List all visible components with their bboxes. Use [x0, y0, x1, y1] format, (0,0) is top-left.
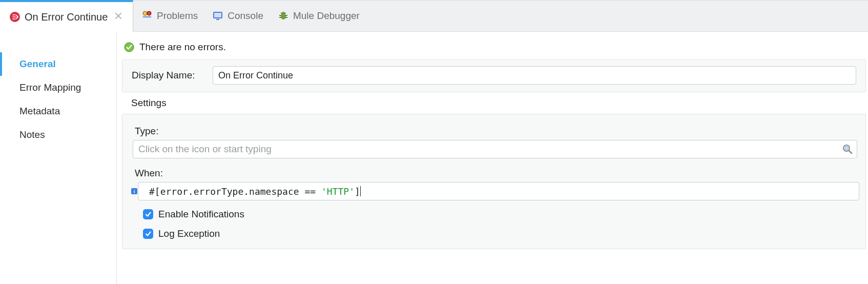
svg-point-11: [845, 147, 849, 150]
when-input-wrap: i #[error.errorType.namespace == 'HTTP']: [131, 182, 859, 200]
enable-notifications-row: Enable Notifications: [129, 209, 859, 220]
bug-icon: [278, 10, 289, 22]
views-bar: Problems Console Mule Debugger: [133, 0, 868, 32]
svg-rect-2: [143, 16, 151, 17]
when-input[interactable]: [138, 182, 859, 200]
sidebar-item-label: Notes: [19, 129, 45, 140]
display-name-input[interactable]: [213, 66, 856, 85]
log-exception-checkbox[interactable]: [143, 229, 153, 239]
svg-point-8: [282, 12, 285, 15]
editor-tab-title: On Error Continue: [25, 11, 108, 23]
settings-title: Settings: [120, 97, 868, 111]
display-name-row: Display Name:: [132, 66, 856, 85]
display-name-label: Display Name:: [132, 70, 203, 81]
status-line: There are no errors.: [120, 38, 868, 56]
view-label: Problems: [157, 10, 198, 22]
sidebar-item-label: Metadata: [19, 106, 60, 116]
content-area: There are no errors. Display Name: Setti…: [117, 32, 868, 284]
search-icon[interactable]: [842, 144, 853, 155]
svg-point-1: [143, 11, 147, 15]
close-icon[interactable]: [115, 12, 122, 22]
sidebar: General Error Mapping Metadata Notes: [0, 32, 117, 284]
view-label: Console: [228, 10, 263, 22]
svg-text:i: i: [134, 189, 135, 194]
type-input[interactable]: [133, 140, 857, 158]
type-label: Type:: [131, 126, 859, 137]
problems-icon: [141, 10, 153, 22]
enable-notifications-label: Enable Notifications: [158, 209, 244, 220]
body-row: General Error Mapping Metadata Notes The…: [0, 32, 868, 284]
view-mule-debugger[interactable]: Mule Debugger: [278, 10, 360, 22]
sidebar-item-metadata[interactable]: Metadata: [0, 99, 116, 123]
info-icon: i: [131, 188, 138, 195]
type-field: Type:: [129, 126, 859, 158]
error-continue-icon: [9, 11, 20, 23]
svg-rect-5: [214, 13, 221, 17]
ok-check-icon: [124, 42, 134, 52]
svg-point-3: [147, 11, 151, 15]
display-name-section: Display Name:: [122, 59, 866, 92]
log-exception-row: Log Exception: [129, 228, 859, 239]
sidebar-item-error-mapping[interactable]: Error Mapping: [0, 76, 116, 99]
enable-notifications-checkbox[interactable]: [143, 209, 153, 219]
type-input-wrap: [131, 140, 859, 158]
sidebar-item-general[interactable]: General: [0, 52, 116, 76]
when-label: When:: [131, 168, 859, 179]
top-row: On Error Continue Problems: [0, 0, 868, 32]
status-text: There are no errors.: [139, 42, 226, 53]
svg-rect-6: [216, 19, 219, 20]
settings-section: Type: When:: [122, 114, 866, 249]
svg-point-9: [125, 43, 134, 52]
when-field: When: i #[error.errorType.namespace == '…: [129, 168, 859, 200]
editor-tab-on-error-continue[interactable]: On Error Continue: [0, 0, 133, 32]
console-icon: [212, 10, 223, 22]
view-label: Mule Debugger: [293, 10, 360, 22]
log-exception-label: Log Exception: [158, 228, 220, 239]
view-problems[interactable]: Problems: [141, 10, 198, 22]
sidebar-item-label: Error Mapping: [19, 82, 81, 93]
sidebar-item-notes[interactable]: Notes: [0, 123, 116, 147]
sidebar-item-label: General: [19, 58, 56, 69]
view-console[interactable]: Console: [212, 10, 263, 22]
